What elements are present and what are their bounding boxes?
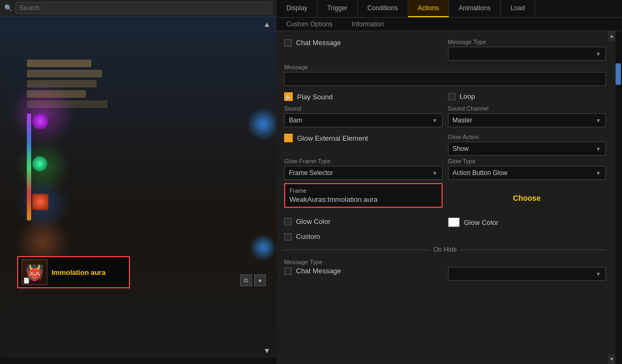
custom-row: Custom [284, 232, 606, 241]
tab-animations[interactable]: Animations [449, 0, 501, 17]
list-item [27, 60, 91, 67]
on-hide-chat-label: Chat Message [296, 267, 341, 275]
search-bar[interactable]: 🔍 [0, 0, 277, 17]
sound-label: Sound [284, 105, 443, 112]
glow-action-value: Show [453, 145, 469, 152]
sound-dropdown[interactable]: Bam ▼ [284, 113, 443, 127]
item-action-buttons: ⧉ ● [240, 274, 266, 286]
list-item [27, 70, 102, 77]
spell-icon-3 [32, 194, 48, 210]
chat-message-checkbox[interactable] [284, 39, 292, 47]
glow-color-swatch[interactable] [448, 217, 460, 227]
left-panel: 🔍 👹 📄 Imm [0, 0, 277, 364]
message-type-arrow: ▼ [596, 51, 601, 57]
tabs-row: Display Trigger Conditions Actions Anima… [277, 0, 622, 18]
loop-checkbox[interactable] [448, 93, 455, 100]
glow-action-arrow: ▼ [596, 146, 601, 152]
tab-load[interactable]: Load [501, 0, 535, 17]
glow-external-icon [284, 134, 293, 142]
chat-message-section: Chat Message Message Type ▼ [284, 39, 606, 61]
left-content: 👹 📄 Immolation aura ▲ ▼ ⧉ ● [0, 17, 277, 358]
scroll-down-button[interactable]: ▼ [608, 354, 616, 364]
glow-external-section: Glow External Element Glow Action Show ▼ [284, 134, 606, 156]
glow-action-label: Glow Action [448, 134, 606, 140]
message-type-dropdown[interactable]: ▼ [448, 47, 606, 61]
glow-type-value: Action Button Glow [453, 169, 508, 177]
on-hide-dropdown-arrow: ▼ [596, 271, 601, 277]
message-type-label: Message Type [448, 39, 606, 45]
list-item [27, 80, 97, 88]
content-area: ▲ Chat Message Message Type ▼ [277, 31, 622, 364]
glow-frame-type-label: Glow Frame Type [284, 158, 443, 164]
subtabs-row: Custom Options Information [277, 18, 622, 31]
tab-conditions[interactable]: Conditions [358, 0, 408, 17]
on-hide-divider: On Hide [284, 246, 606, 253]
subtab-information[interactable]: Information [342, 18, 394, 31]
custom-label: Custom [296, 232, 320, 241]
sound-channel-label: Sound Channel [448, 105, 606, 112]
search-input[interactable] [16, 2, 272, 14]
sound-channel-dropdown[interactable]: Master ▼ [448, 113, 606, 127]
play-sound-label: Play Sound [297, 93, 333, 101]
glow-frame-row: Glow Frame Type Frame Selector ▼ Glow Ty… [284, 158, 606, 180]
item-copy-button[interactable]: ⧉ [240, 274, 252, 286]
tab-actions[interactable]: Actions [408, 0, 449, 17]
item-icon-overlay: 📄 [23, 278, 30, 283]
selected-aura-item[interactable]: 👹 📄 Immolation aura [17, 256, 130, 288]
on-hide-label: On Hide [433, 246, 457, 253]
item-name: Immolation aura [52, 268, 105, 276]
choose-button[interactable]: Choose [448, 191, 606, 206]
message-section: Message [284, 64, 606, 86]
scrollbar[interactable] [616, 31, 622, 364]
divider-line-right [460, 250, 606, 250]
chat-message-label: Chat Message [296, 39, 341, 47]
glow-color-checkbox-label: Glow Color [296, 217, 330, 225]
divider-line-left [284, 250, 430, 250]
glow-frame-type-dropdown[interactable]: Frame Selector ▼ [284, 166, 443, 180]
glow-action-dropdown[interactable]: Show ▼ [448, 142, 606, 156]
scroll-down-arrow[interactable]: ▼ [263, 346, 271, 355]
custom-checkbox[interactable] [284, 233, 292, 241]
item-icon: 👹 📄 [21, 259, 47, 285]
message-label: Message [284, 64, 606, 70]
search-icon: 🔍 [4, 4, 12, 12]
sound-value: Bam [289, 117, 302, 124]
glow-color-section: Glow Color Glow Color [284, 217, 606, 229]
right-panel: Display Trigger Conditions Actions Anima… [277, 0, 622, 364]
glow-type-label: Glow Type [448, 158, 606, 164]
sound-arrow: ▼ [432, 118, 438, 123]
sound-channel-arrow: ▼ [596, 118, 601, 123]
on-hide-message-type-label: Message Type [284, 259, 606, 265]
frame-value: WeakAuras:Immolation aura [290, 195, 437, 203]
item-close-button[interactable]: ● [254, 274, 266, 286]
scroll-area[interactable]: ▲ Chat Message Message Type ▼ [277, 31, 616, 364]
tab-trigger[interactable]: Trigger [317, 0, 358, 17]
sound-channel-value: Master [453, 117, 473, 124]
list-item [27, 100, 107, 108]
message-input[interactable] [284, 72, 606, 86]
play-sound-section: ▶ Play Sound Loop [284, 92, 606, 103]
tab-display[interactable]: Display [277, 0, 317, 17]
sidebar-list [27, 60, 107, 108]
spell-icon-2 [32, 156, 47, 171]
frame-box[interactable]: Frame WeakAuras:Immolation aura [284, 183, 443, 208]
glow-color-checkbox[interactable] [284, 218, 292, 225]
sound-row: Sound Bam ▼ Sound Channel Master ▼ [284, 105, 606, 127]
scrollbar-thumb[interactable] [616, 63, 621, 85]
glow-frame-type-arrow: ▼ [432, 170, 438, 176]
frame-row: Frame WeakAuras:Immolation aura Choose [284, 183, 606, 213]
glow-type-dropdown[interactable]: Action Button Glow ▼ [448, 166, 606, 180]
on-hide-section: Chat Message ▼ [284, 267, 606, 281]
play-sound-icon: ▶ [284, 92, 293, 101]
spell-icon-1 [32, 113, 48, 129]
glow-external-label: Glow External Element [297, 134, 368, 142]
scroll-up-button[interactable]: ▲ [608, 31, 616, 41]
glow-color-label: Glow Color [464, 219, 498, 227]
subtab-custom-options[interactable]: Custom Options [277, 18, 342, 31]
loop-label: Loop [460, 92, 475, 100]
scroll-up-arrow[interactable]: ▲ [263, 20, 271, 28]
frame-label: Frame [290, 187, 437, 194]
on-hide-message-type-dropdown[interactable]: ▼ [448, 267, 606, 281]
on-hide-chat-checkbox[interactable] [284, 267, 292, 275]
list-item [27, 90, 86, 98]
